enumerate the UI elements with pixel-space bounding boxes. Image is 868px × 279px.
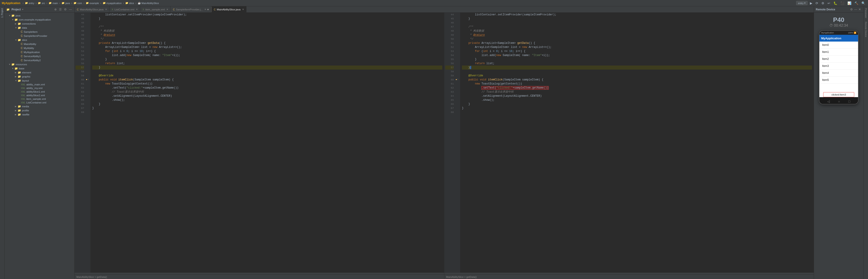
tab-close-button[interactable]: ✕ — [166, 8, 168, 11]
debug-button[interactable]: 🐛 — [833, 1, 838, 5]
tree-item-myapplication[interactable]: ▶ C MyApplication — [4, 50, 74, 54]
tree-item-base[interactable]: ▼ 📁 base — [4, 66, 74, 70]
tree-item-sampleitemprovider[interactable]: ▶ C SampleItemProvider — [4, 34, 74, 38]
tab-close-button[interactable]: ✕ — [105, 8, 107, 11]
breadcrumb-myapplication[interactable]: 📁 myapplication — [103, 2, 122, 4]
xml-tab-icon: X — [112, 8, 113, 11]
tab-item-sample[interactable]: X item_sample.xml ✕ — [140, 6, 171, 12]
device-home-button[interactable]: ○ — [838, 100, 840, 103]
tree-item-connections[interactable]: ▶ 📁 connections — [4, 22, 74, 26]
right-editor-panel: 44454647484950 515253545556 57 585960616… — [444, 13, 814, 279]
code-line: list.add(new SampleItem( name: "Item"+i)… — [92, 53, 442, 57]
tree-item-item-sample-xml[interactable]: ▶ XML item_sample.xml — [4, 97, 74, 101]
search-button[interactable]: 🔍 — [861, 1, 866, 5]
java-icon: C — [21, 55, 23, 58]
breadcrumb-main[interactable]: 📁 main — [49, 2, 58, 4]
tree-item-layout[interactable]: ▼ 📁 layout — [4, 79, 74, 83]
right-horizontal-scrollbar[interactable] — [444, 273, 814, 275]
tree-item-element[interactable]: ▶ 📁 element — [4, 70, 74, 75]
tree-item-abilityslice1-xml[interactable]: ▶ XML abilitySlice1.xml — [4, 90, 74, 94]
left-code-area[interactable]: 44454647484950 515253545556 57 585960616… — [74, 13, 444, 273]
tree-item-listcontainer-xml[interactable]: ▶ XML ListContainer.xml — [4, 101, 74, 104]
device-list-item-2[interactable]: Item2 — [819, 56, 858, 63]
tab-mainabilityslice-left[interactable]: C MainAbilitySlice.java ✕ — [74, 6, 110, 12]
tab-sampleitemprovider[interactable]: C SampleItemProvider.j... ✕ — [171, 6, 211, 12]
build-button[interactable]: 🔨 — [854, 1, 859, 5]
tree-item-serviceability1[interactable]: ▶ C ServiceAbility1 — [4, 54, 74, 58]
device-list-item-0[interactable]: Item0 — [819, 42, 858, 48]
folder-icon: 📁 — [18, 75, 21, 78]
tab-mainabilityslice-right[interactable]: C MainAbilitySlice.java ✕ — [212, 6, 246, 12]
right-vtab-remote[interactable]: Remote Device — [864, 20, 868, 39]
remote-close-button[interactable]: ✕ — [858, 7, 862, 11]
tree-item-myability[interactable]: ▶ C MyAbility — [4, 46, 74, 50]
tree-item-mainability[interactable]: ▶ C MainAbility — [4, 42, 74, 46]
tree-item-com-example[interactable]: ▼ 📁 com.example.myapplication — [4, 18, 74, 22]
right-vtab-previewer[interactable]: Previewer — [864, 6, 868, 20]
device-list-item-4[interactable]: Item4 — [819, 70, 858, 77]
xml-icon: XML — [21, 83, 26, 86]
device-app-title: MyApplication — [821, 37, 841, 40]
device-list-item-5[interactable]: Item5 — [819, 77, 858, 83]
left-code-content[interactable]: listContainer.setItemProvider(sampleItem… — [90, 13, 444, 273]
tab-close-button[interactable]: ✕ — [136, 8, 138, 11]
breadcrumb-slice[interactable]: 📁 slice — [125, 2, 134, 4]
stop-button[interactable]: ⬛ — [839, 1, 845, 5]
tree-item-rawfile[interactable]: ▶ 📁 rawfile — [4, 112, 74, 116]
device-time-label: ⏱ 00:42:34 — [829, 24, 848, 28]
tree-item-ability-my-xml[interactable]: ▶ XML ability_my.xml — [4, 86, 74, 90]
right-code-content[interactable]: listContainer.setItemProvider(sampleItem… — [460, 13, 814, 273]
tree-item-media[interactable]: ▶ 📁 media — [4, 104, 74, 108]
device-back-button[interactable]: ◁ — [827, 100, 830, 103]
tab-listcontainer[interactable]: X ListContainer.xml ✕ — [110, 6, 141, 12]
breadcrumb-example[interactable]: 📁 example — [86, 2, 99, 4]
top-bar-right: entry ▾ ▶ ⟳ ⚙ ↩ 🐛 ⬛ 📊 🔨 🔍 — [796, 1, 866, 5]
tree-item-ability-main-xml[interactable]: ▶ XML ability_main.xml — [4, 83, 74, 86]
tree-item-abilityslice2-xml[interactable]: ▶ XML abilitySlice2.xml — [4, 94, 74, 97]
tree-item-java[interactable]: ▼ 📁 java — [4, 13, 74, 18]
sidebar-tab-project[interactable]: 1. Project — [0, 6, 4, 20]
right-line-markers: ●! — [456, 13, 460, 273]
tree-item-sampleitem[interactable]: ▶ C SampleItem — [4, 30, 74, 34]
tree-item-graphic[interactable]: ▶ 📁 graphic — [4, 75, 74, 79]
tree-item-slice[interactable]: ▼ 📁 slice — [4, 38, 74, 42]
tree-item-profile[interactable]: ▶ 📁 profile — [4, 108, 74, 112]
breadcrumb-mainabilityslice[interactable]: ☕ MainAbilitySlice — [138, 2, 159, 4]
settings-button[interactable]: ⚙ — [820, 1, 825, 5]
tab-close-button[interactable]: ✕ — [205, 8, 206, 11]
tree-item-data[interactable]: ▼ 📁 data — [4, 26, 74, 30]
profile-button[interactable]: 📊 — [846, 1, 852, 5]
refresh-button[interactable]: ⟳ — [815, 1, 819, 5]
run-config-button[interactable]: entry ▾ — [796, 1, 808, 5]
device-recents-button[interactable]: □ — [848, 100, 850, 103]
left-horizontal-scrollbar[interactable] — [74, 273, 444, 275]
panel-settings-button[interactable]: ⚙ — [63, 7, 67, 11]
folder-icon: 📁 — [18, 38, 21, 42]
panel-collapse-button[interactable]: ☰ — [58, 7, 62, 11]
breadcrumb-java[interactable]: 📁 java — [62, 2, 70, 4]
tree-item-serviceability2[interactable]: ▶ C ServiceAbility2 — [4, 58, 74, 62]
remote-settings-button[interactable]: ⚙ — [849, 7, 854, 11]
breadcrumb-com[interactable]: 📁 com — [73, 2, 82, 4]
panel-hide-button[interactable]: — — [68, 7, 72, 11]
device-list-item-3[interactable]: Item3 — [819, 63, 858, 70]
left-editor-panel: 44454647484950 515253545556 57 585960616… — [74, 13, 444, 279]
code-line: public void itemClick(SampleItem sampleI… — [462, 78, 812, 82]
device-screen-wrap: P40 ⏱ 00:42:34 MyApplication 100% 📶 MyAp… — [814, 13, 864, 279]
breadcrumb-entry[interactable]: 📁 entry — [25, 2, 34, 4]
code-line: for (int i = 0; i <= 18; i++) { — [462, 49, 812, 53]
folder-icon: 📁 — [73, 2, 76, 4]
tree-item-resources[interactable]: ▼ 📁 resources — [4, 62, 74, 66]
breadcrumb-src[interactable]: 📁 src — [38, 2, 45, 4]
code-line: * @return — [462, 33, 812, 37]
code-line: new ToastDialog(getContext()) — [92, 82, 442, 86]
run-button[interactable]: ▶ — [809, 1, 813, 5]
device-list-item-1[interactable]: Item1 — [819, 48, 858, 56]
tab-close-button[interactable]: ✕ — [242, 8, 244, 11]
remote-minimize-button[interactable]: — — [854, 7, 858, 11]
panel-locate-button[interactable]: ⊕ — [54, 7, 57, 11]
java-tab-icon: C — [214, 8, 216, 11]
code-line: .setText("clicked:"+sampleItem.getName()… — [92, 86, 442, 90]
prev-button[interactable]: ↩ — [827, 1, 831, 5]
right-code-area[interactable]: 44454647484950 515253545556 57 585960616… — [444, 13, 814, 273]
